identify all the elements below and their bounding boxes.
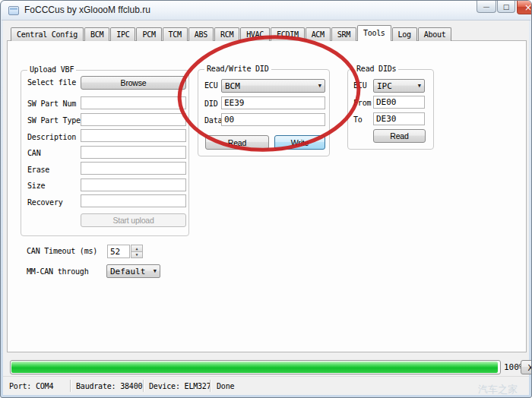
- tab-hvac[interactable]: HVAC: [240, 27, 270, 41]
- status-message: Done: [217, 377, 234, 396]
- app-window: FoCCCus by xGloooM ffclub.ru — □ × Centr…: [0, 0, 532, 398]
- did-input[interactable]: [221, 96, 325, 109]
- tab-about[interactable]: About: [418, 27, 452, 41]
- close-button[interactable]: ×: [517, 1, 532, 14]
- description-input[interactable]: [81, 129, 186, 142]
- read-dids-button[interactable]: Read: [373, 129, 426, 143]
- erase-label: Erase: [27, 166, 49, 174]
- statusbar-separator: [70, 380, 71, 392]
- select-file-label: Select file: [27, 78, 76, 87]
- maximize-button[interactable]: □: [497, 1, 515, 13]
- data-label: Data: [204, 116, 222, 125]
- recovery-label: Recovery: [27, 198, 63, 207]
- size-input[interactable]: [81, 178, 186, 191]
- status-baudrate: Baudrate: 38400: [76, 377, 142, 396]
- can-timeout-label: CAN Timeout (ms): [27, 247, 97, 255]
- read-dids-group: Read DIDs ECU IPC ▼ From To Read: [347, 69, 434, 150]
- spin-down-button[interactable]: ▼: [131, 252, 143, 259]
- sw-part-type-input[interactable]: [81, 113, 186, 126]
- close-icon: ×: [524, 2, 532, 13]
- mm-can-selected-value: Default: [110, 267, 150, 276]
- sw-part-type-label: SW Part Type: [27, 116, 81, 125]
- status-port: Port: COM4: [9, 377, 53, 396]
- from-input[interactable]: [373, 96, 425, 109]
- description-label: Description: [27, 133, 76, 141]
- titlebar[interactable]: FoCCCus by xGloooM ffclub.ru — □ ×: [2, 1, 530, 21]
- tab-log[interactable]: Log: [392, 27, 417, 41]
- spin-up-button[interactable]: ▲: [131, 245, 143, 252]
- minimize-button[interactable]: —: [477, 1, 496, 13]
- recovery-input[interactable]: [81, 194, 186, 207]
- tab-tcm[interactable]: TCM: [163, 27, 188, 41]
- client-area: Central Config BCM IPC PCM TCM ABS RCM H…: [3, 21, 529, 395]
- app-icon: [8, 6, 19, 15]
- tab-fcdim[interactable]: FCDIM: [271, 27, 305, 41]
- group-title: Read/Write DID: [204, 65, 271, 73]
- status-bar: Port: COM4 Baudrate: 38400 Device: ELM32…: [3, 376, 529, 395]
- tab-bar: Central Config BCM IPC PCM TCM ABS RCM H…: [11, 25, 452, 41]
- did-label: DID: [204, 100, 217, 108]
- read-did-button[interactable]: Read: [205, 135, 269, 150]
- minimize-icon: —: [483, 3, 490, 11]
- tab-abs[interactable]: ABS: [188, 27, 214, 41]
- maximize-icon: □: [503, 3, 510, 11]
- ecu-label: ECU: [353, 81, 366, 90]
- start-upload-button[interactable]: Start upload: [81, 213, 186, 227]
- ecu-select[interactable]: BCM ▼: [221, 79, 325, 93]
- write-did-button[interactable]: Write: [274, 135, 325, 150]
- statusbar-separator: [143, 380, 144, 392]
- browse-button[interactable]: Browse: [81, 76, 186, 90]
- size-label: Size: [27, 182, 45, 190]
- to-label: To: [353, 115, 363, 124]
- ecu-selected-value: BCM: [225, 81, 315, 91]
- ecu-label: ECU: [204, 81, 217, 90]
- read-write-did-group: Read/Write DID ECU BCM ▼ DID Data Read W…: [198, 69, 330, 156]
- can-timeout-spinner: ▲ ▼: [107, 245, 143, 258]
- can-label: CAN: [27, 149, 40, 157]
- tab-central-config[interactable]: Central Config: [11, 27, 84, 41]
- tab-rcm[interactable]: RCM: [214, 27, 239, 41]
- sw-part-num-input[interactable]: [81, 96, 186, 109]
- data-input[interactable]: [221, 113, 325, 126]
- can-timeout-input[interactable]: [107, 245, 130, 258]
- progress-fill: [11, 362, 498, 373]
- tab-ipc[interactable]: IPC: [110, 27, 135, 41]
- from-label: From: [353, 99, 371, 107]
- tab-acm[interactable]: ACM: [306, 27, 331, 41]
- mm-can-label: MM-CAN through: [27, 267, 89, 276]
- can-input[interactable]: [81, 146, 186, 159]
- abort-button[interactable]: X: [521, 360, 532, 374]
- dropdown-arrow-icon: ▼: [318, 83, 321, 89]
- tab-bcm[interactable]: BCM: [84, 27, 109, 41]
- read-dids-ecu-select[interactable]: IPC ▼: [373, 79, 425, 93]
- group-title: Read DIDs: [354, 65, 398, 73]
- tab-srm[interactable]: SRM: [331, 27, 356, 41]
- mm-can-select[interactable]: Default ▼: [106, 264, 160, 278]
- sw-part-num-label: SW Part Num: [27, 100, 76, 108]
- status-device: Device: ELM327: [149, 377, 211, 396]
- upload-vbf-group: Upload VBF Select file Browse SW Part Nu…: [21, 70, 189, 236]
- erase-input[interactable]: [81, 162, 186, 175]
- tools-tab-page: Upload VBF Select file Browse SW Part Nu…: [7, 40, 527, 352]
- statusbar-separator: [210, 380, 211, 392]
- dropdown-arrow-icon: ▼: [154, 268, 157, 274]
- group-title: Upload VBF: [27, 65, 76, 74]
- to-input[interactable]: [373, 112, 425, 125]
- tab-pcm[interactable]: PCM: [136, 27, 161, 41]
- dropdown-arrow-icon: ▼: [418, 83, 421, 89]
- ecu-selected-value: IPC: [377, 81, 415, 91]
- tab-tools[interactable]: Tools: [357, 25, 391, 41]
- window-title: FoCCCus by xGloooM ffclub.ru: [24, 5, 150, 15]
- progress-bar: [10, 360, 501, 374]
